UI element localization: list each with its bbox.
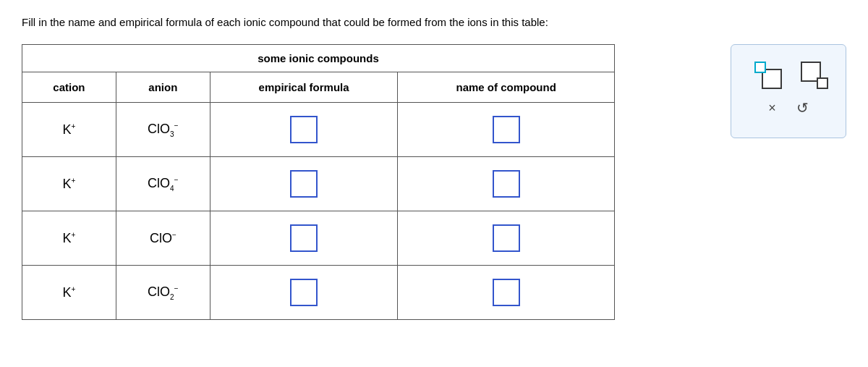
toolbar-panel: × ↺ [731, 44, 846, 138]
inner-square-icon-2 [817, 77, 828, 89]
toolbar-icons-row [749, 56, 828, 89]
table-title-row: some ionic compounds [22, 45, 615, 72]
anion-charge-3: − [172, 231, 176, 239]
name-input-4[interactable] [493, 279, 520, 306]
anion-sub-2: 4 [170, 184, 174, 192]
header-anion: anion [116, 72, 210, 103]
anion-symbol-4: ClO2− [148, 284, 178, 299]
empirical-formula-input-1[interactable] [290, 116, 318, 143]
icon-box-2 [801, 62, 828, 89]
undo-button[interactable]: ↺ [796, 99, 809, 117]
header-name-of-compound: name of compound [398, 72, 615, 103]
inner-square-icon-1 [754, 62, 766, 73]
icon-box-1 [754, 62, 782, 89]
anion-charge-1: − [174, 122, 179, 130]
name-cell-1 [398, 103, 615, 157]
table-row: K+ ClO3− [22, 103, 615, 157]
empirical-formula-cell-2 [210, 157, 398, 211]
empirical-formula-input-3[interactable] [290, 224, 318, 252]
empirical-formula-cell-4 [210, 266, 398, 320]
empirical-formula-input-2[interactable] [290, 170, 318, 198]
anion-cell-3: ClO− [116, 211, 210, 266]
cation-charge-3: + [72, 231, 76, 239]
cation-charge-2: + [72, 177, 76, 185]
instruction-text: Fill in the name and empirical formula o… [22, 14, 846, 30]
table-container: some ionic compounds cation anion empiri… [22, 44, 709, 320]
table-title: some ionic compounds [22, 45, 615, 72]
anion-charge-4: − [174, 284, 179, 292]
cation-cell-1: K+ [22, 103, 116, 157]
cation-cell-3: K+ [22, 211, 116, 266]
close-button[interactable]: × [768, 101, 776, 116]
cation-cell-4: K+ [22, 266, 116, 320]
name-input-3[interactable] [493, 224, 520, 252]
cation-cell-2: K+ [22, 157, 116, 211]
anion-charge-2: − [174, 176, 179, 184]
cation-symbol-4: K+ [63, 285, 76, 300]
anion-sub-1: 3 [170, 130, 174, 138]
toolbar-actions-row: × ↺ [744, 99, 833, 117]
cation-symbol-2: K+ [63, 177, 76, 191]
cation-symbol-3: K+ [63, 231, 76, 245]
anion-cell-2: ClO4− [116, 157, 210, 211]
cation-charge-1: + [72, 122, 76, 130]
anion-cell-4: ClO2− [116, 266, 210, 320]
table-header-row: cation anion empirical formula name of c… [22, 72, 615, 103]
empirical-formula-input-4[interactable] [290, 279, 318, 306]
header-empirical-formula: empirical formula [210, 72, 398, 103]
table-row: K+ ClO− [22, 211, 615, 266]
empirical-formula-cell-3 [210, 211, 398, 266]
anion-sub-4: 2 [170, 292, 174, 300]
cation-charge-4: + [72, 285, 76, 293]
name-input-1[interactable] [493, 116, 520, 143]
anion-symbol-1: ClO3− [148, 122, 178, 136]
cation-symbol-1: K+ [63, 122, 76, 137]
name-input-2[interactable] [493, 170, 520, 198]
content-area: some ionic compounds cation anion empiri… [22, 44, 846, 320]
name-cell-4 [398, 266, 615, 320]
name-cell-2 [398, 157, 615, 211]
empirical-formula-cell-1 [210, 103, 398, 157]
table-row: K+ ClO4− [22, 157, 615, 211]
name-cell-3 [398, 211, 615, 266]
header-cation: cation [22, 72, 116, 103]
anion-cell-1: ClO3− [116, 103, 210, 157]
table-row: K+ ClO2− [22, 266, 615, 320]
anion-symbol-3: ClO− [150, 231, 176, 245]
anion-symbol-2: ClO4− [148, 176, 178, 190]
ionic-compounds-table: some ionic compounds cation anion empiri… [22, 44, 615, 320]
